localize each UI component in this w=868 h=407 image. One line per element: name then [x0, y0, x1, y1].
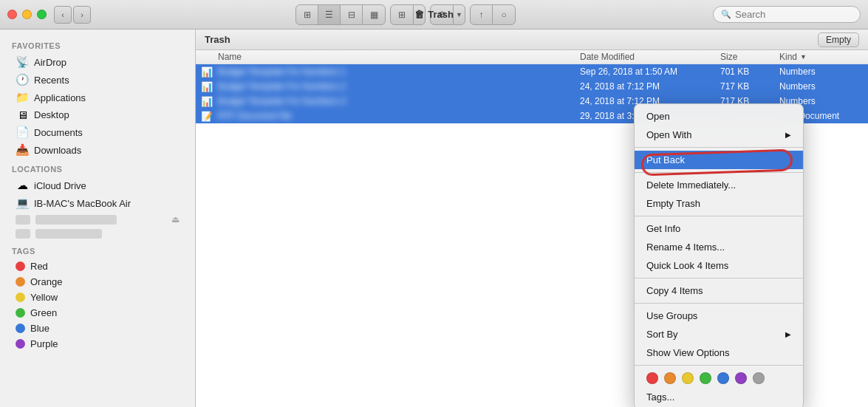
share-button[interactable]: ↑ [471, 5, 493, 24]
back-button[interactable]: ‹ [54, 6, 72, 24]
ctx-sort-by[interactable]: Sort By ▶ [635, 325, 803, 343]
ctx-copy[interactable]: Copy 4 Items [635, 281, 803, 300]
ctx-delete-immediately[interactable]: Delete Immediately... [635, 176, 803, 194]
close-button[interactable] [7, 10, 17, 19]
tag-yellow-label: Yellow [30, 292, 58, 303]
search-icon: 🔍 [721, 10, 731, 19]
ctx-put-back[interactable]: Put Back [635, 151, 803, 169]
file-name: Budget Template For Numbers 2 [218, 81, 580, 92]
nav-arrows: ‹ › [54, 6, 91, 24]
view-list-button[interactable]: ☰ [318, 5, 341, 24]
ctx-separator [635, 303, 803, 304]
content-header: Trash Empty [196, 30, 868, 50]
tag-blue-dot [16, 324, 25, 333]
tag-red-label: Red [30, 261, 48, 272]
tag-purple-label: Purple [30, 338, 58, 349]
maximize-button[interactable] [37, 10, 47, 19]
file-icon: 📊 [196, 96, 218, 107]
view-toggle-group: ⊞ ☰ ⊟ ▦ [295, 4, 386, 25]
col-kind-header: Kind ▼ [779, 52, 868, 62]
table-row[interactable]: 📊 Budget Template For Numbers 1 Sep 26, … [196, 64, 868, 79]
file-icon: 📊 [196, 66, 218, 78]
sidebar-item-label: iCloud Drive [34, 180, 86, 191]
tag-blue-label: Blue [30, 323, 49, 334]
tag-color-red[interactable] [646, 372, 658, 384]
ctx-open[interactable]: Open [635, 107, 803, 126]
sidebar-item-label: Downloads [34, 145, 81, 156]
tag-color-blue[interactable] [717, 372, 729, 384]
file-date: Sep 26, 2018 at 1:50 AM [580, 66, 720, 77]
sidebar-item-applications[interactable]: 📁 Applications [4, 89, 191, 106]
ctx-use-groups[interactable]: Use Groups [635, 307, 803, 325]
sidebar-item-tag-purple[interactable]: Purple [4, 336, 191, 352]
table-row[interactable]: 📊 Budget Template For Numbers 2 24, 2018… [196, 79, 868, 94]
view-icon-button[interactable]: ⊞ [296, 5, 318, 24]
ctx-empty-trash[interactable]: Empty Trash [635, 194, 803, 213]
sidebar-item-label: IB-MAC's MacBook Air [34, 198, 131, 209]
eject-icon[interactable]: ⏏ [171, 214, 180, 225]
tag-orange-label: Orange [30, 276, 62, 287]
sidebar-item-tag-orange[interactable]: Orange [4, 274, 191, 290]
file-name: Budget Template For Numbers 3 [218, 96, 580, 106]
desktop-icon: 🖥 [16, 109, 29, 121]
window-controls [7, 10, 47, 19]
ctx-open-with[interactable]: Open With ▶ [635, 126, 803, 144]
view-column-button[interactable]: ⊟ [341, 5, 363, 24]
file-name: Budget Template For Numbers 1 [218, 66, 580, 77]
sidebar-item-recents[interactable]: 🕐 Recents [4, 71, 191, 89]
sidebar-item-blurred-1: ⏏ [4, 212, 191, 227]
tag-color-green[interactable] [700, 372, 711, 384]
springload-button[interactable]: ○ [493, 5, 515, 24]
macbook-icon: 💻 [16, 196, 29, 210]
icloud-icon: ☁ [16, 179, 29, 192]
sidebar-item-label: Recents [34, 75, 69, 86]
col-date-header: Date Modified [580, 52, 720, 62]
sidebar-item-label: Applications [34, 92, 86, 103]
sidebar-item-tag-green[interactable]: Green [4, 305, 191, 321]
tag-color-purple[interactable] [735, 372, 747, 384]
sidebar-item-tag-yellow[interactable]: Yellow [4, 290, 191, 305]
file-size: 701 KB [720, 66, 779, 77]
file-kind: Numbers [779, 66, 868, 77]
empty-trash-button[interactable]: Empty [818, 33, 859, 47]
tag-red-dot [16, 261, 25, 271]
ctx-get-info[interactable]: Get Info [635, 219, 803, 238]
sidebar-item-downloads[interactable]: 📥 Downloads [4, 141, 191, 159]
ctx-tags[interactable]: Tags... [635, 388, 803, 406]
downloads-icon: 📥 [16, 143, 29, 157]
ctx-quick-look[interactable]: Quick Look 4 Items [635, 256, 803, 275]
airdrop-icon: 📡 [16, 55, 29, 69]
sidebar-item-documents[interactable]: 📄 Documents [4, 123, 191, 141]
ctx-show-view-options[interactable]: Show View Options [635, 343, 803, 362]
sidebar-item-tag-blue[interactable]: Blue [4, 321, 191, 336]
view-options-button[interactable]: ⊞ [391, 5, 413, 24]
tag-yellow-dot [16, 293, 25, 302]
content-area: Trash Empty Name Date Modified Size Kind… [196, 30, 868, 407]
sidebar-item-tag-red[interactable]: Red [4, 259, 191, 274]
sidebar-item-airdrop[interactable]: 📡 AirDrop [4, 53, 191, 71]
submenu-arrow-icon: ▶ [785, 131, 791, 139]
file-kind: Numbers [779, 81, 868, 92]
search-input[interactable] [735, 9, 853, 20]
sidebar-item-macbook[interactable]: 💻 IB-MAC's MacBook Air [4, 194, 191, 212]
tag-color-yellow[interactable] [682, 372, 694, 384]
minimize-button[interactable] [22, 10, 32, 19]
search-bar[interactable]: 🔍 [713, 6, 861, 23]
action-dropdown-arrow[interactable]: ▼ [453, 5, 465, 24]
ctx-rename[interactable]: Rename 4 Items... [635, 238, 803, 256]
context-menu: Open Open With ▶ Put Back Delete Immedia… [634, 103, 804, 407]
forward-button[interactable]: › [73, 6, 91, 24]
col-size-header: Size [720, 52, 779, 62]
file-date: 24, 2018 at 7:12 PM [580, 81, 720, 92]
tag-color-gray[interactable] [753, 372, 765, 384]
tag-color-orange[interactable] [664, 372, 676, 384]
content-title: Trash [205, 34, 818, 45]
file-icon: 📊 [196, 81, 218, 92]
sidebar-item-label: Desktop [34, 109, 69, 120]
sidebar-item-blurred-2 [4, 227, 191, 241]
sidebar-item-icloud[interactable]: ☁ iCloud Drive [4, 177, 191, 194]
ctx-separator [635, 365, 803, 366]
file-icon: 📝 [196, 111, 218, 122]
view-cover-button[interactable]: ▦ [363, 5, 385, 24]
sidebar-item-desktop[interactable]: 🖥 Desktop [4, 106, 191, 123]
